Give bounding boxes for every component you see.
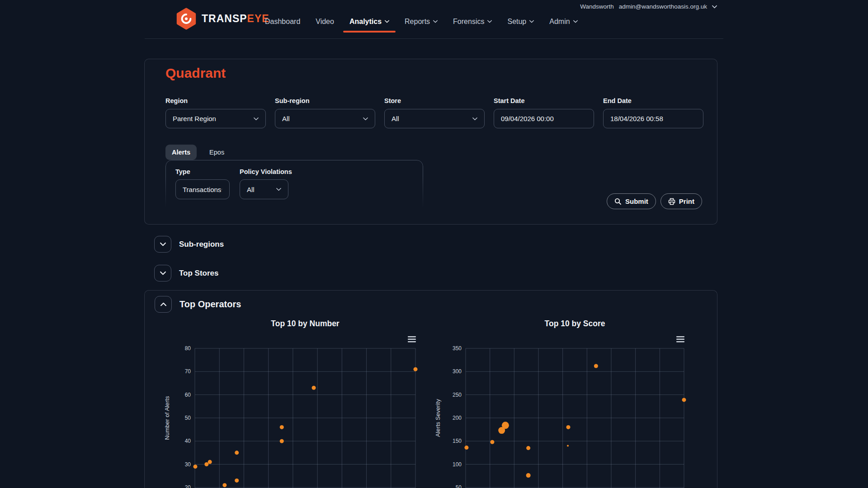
nav-item-label: Analytics [349,18,382,26]
chevron-down-icon [160,271,166,275]
svg-text:60: 60 [185,392,191,398]
chevron-down-icon [221,188,222,191]
policy-violations-select[interactable]: All [240,179,288,199]
header-divider [145,38,723,39]
nav-item-analytics[interactable]: Analytics [343,0,396,39]
chevron-down-icon [385,20,389,23]
collapse-top-operators-button[interactable] [155,296,172,313]
topbar: Wandsworth admin@wandsworthoasis.org.uk … [0,0,868,39]
svg-text:250: 250 [453,392,462,398]
sub-region-label: Sub-region [275,97,375,104]
svg-text:80: 80 [185,345,191,352]
filter-field-policy-violations: Policy ViolationsAll [240,168,292,199]
chevron-down-icon [472,117,477,121]
filter-actions: Submit Print [607,193,702,209]
user-name: Wandsworth [580,3,614,10]
selected-value: Transactions [183,186,221,193]
chevron-down-icon [254,117,259,121]
nav-item-label: Admin [549,18,570,26]
selected-value: All [392,115,399,122]
nav-item-admin[interactable]: Admin [543,0,584,39]
sub-region-select[interactable]: All [275,109,375,128]
end-date-input[interactable]: 18/04/2026 00:58 [603,109,703,128]
data-point [567,445,569,446]
nav-item-label: Reports [405,18,430,26]
section-label: Top Operators [176,299,241,310]
data-point [235,479,239,483]
filter-field-region: RegionParent Region [165,97,266,128]
data-point [193,465,197,469]
selected-value: All [247,186,255,193]
expand-top-stores-button[interactable] [154,265,171,282]
filter-grid: RegionParent RegionSub-regionAllStoreAll… [165,97,703,128]
store-select[interactable]: All [384,109,485,128]
start-date-label: Start Date [494,97,594,104]
data-point [566,425,571,429]
type-select[interactable]: Transactions [175,179,230,199]
filter-field-store: StoreAll [384,97,485,128]
data-point [502,422,509,429]
store-label: Store [384,97,485,104]
data-point [526,473,531,478]
chevron-down-icon [276,188,281,191]
svg-text:30: 30 [185,461,191,468]
data-point [490,440,494,444]
tab-alerts[interactable]: Alerts [165,145,197,160]
nav-item-reports[interactable]: Reports [398,0,444,39]
printer-icon [668,198,675,205]
nav-item-setup[interactable]: Setup [501,0,540,39]
svg-text:70: 70 [185,368,191,375]
data-point [235,450,239,455]
svg-text:200: 200 [453,415,462,421]
section-label: Top Stores [175,269,219,278]
user-email: admin@wandsworthoasis.org.uk [619,3,707,10]
scatter-plot: 35030025020015010050Alerts Severity [407,316,695,488]
nav-item-dashboard[interactable]: Dashboard [259,0,307,39]
data-point [280,439,284,443]
data-point [464,446,468,450]
data-point [222,483,226,487]
expand-sub-regions-button[interactable] [154,236,171,253]
section-top-operators: Top Operators [155,296,241,313]
search-icon [614,198,622,205]
page: { "header": { "brand": { "text_primary":… [0,0,868,488]
filter-card: Quadrant RegionParent RegionSub-regionAl… [144,59,717,225]
page-title: Quadrant [165,66,226,81]
filter-field-start-date: Start Date09/04/2026 00:00 [494,97,594,128]
tabs: AlertsEpos [165,145,231,160]
app-logo[interactable]: TRANSPEYE [176,8,269,30]
nav-item-label: Video [316,18,334,26]
chevron-down-icon [363,117,368,121]
data-point [682,398,686,402]
region-select[interactable]: Parent Region [165,109,266,128]
chevron-down-icon [573,20,578,23]
svg-text:Number of Alerts: Number of Alerts [164,396,170,440]
filter-field-type: TypeTransactions [175,168,230,199]
policy-violations-label: Policy Violations [240,168,292,175]
submit-button[interactable]: Submit [607,193,656,209]
scatter-plot: 80706050403020Number of Alerts [136,316,426,488]
selected-value: 09/04/2026 00:00 [501,115,554,122]
data-point [312,386,316,390]
type-label: Type [175,168,230,175]
svg-text:350: 350 [453,345,462,352]
start-date-input[interactable]: 09/04/2026 00:00 [494,109,594,128]
print-button[interactable]: Print [660,193,702,209]
submit-label: Submit [625,197,648,205]
end-date-label: End Date [603,97,703,104]
user-menu[interactable]: Wandsworth admin@wandsworthoasis.org.uk [580,3,717,10]
svg-text:100: 100 [453,461,462,468]
tab-epos[interactable]: Epos [203,145,231,160]
data-point [208,460,212,464]
svg-text:Alerts Severity: Alerts Severity [434,399,441,437]
filter-field-sub-region: Sub-regionAll [275,97,375,128]
region-label: Region [165,97,266,104]
chevron-up-icon [160,302,166,306]
data-point [280,425,284,429]
nav-item-label: Dashboard [265,18,300,26]
filter-field-end-date: End Date18/04/2026 00:58 [603,97,703,128]
chart-top-10-by-number: Top 10 by Number80706050403020Number of … [136,316,426,488]
nav-item-forensics[interactable]: Forensics [447,0,498,39]
nav-item-video[interactable]: Video [309,0,340,39]
selected-value: All [282,115,290,122]
